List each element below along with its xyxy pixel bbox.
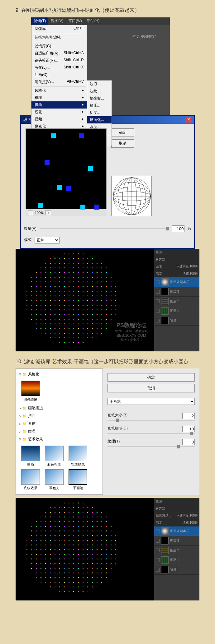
smi-ripple[interactable]: 波纹...: [87, 88, 112, 95]
smi-polar[interactable]: 极坐标...: [87, 95, 112, 102]
doc-tab: 本 7, RGB/8#) *: [132, 34, 170, 39]
preview: [26, 128, 107, 209]
mi-sharpen[interactable]: 锐化▸: [31, 109, 87, 116]
filter-select[interactable]: 干画笔: [108, 398, 195, 405]
gallery-cancel[interactable]: 取消: [108, 384, 195, 392]
layers-panel: 图层 p 类型 正常不透明度:100% 锁定:填充:100% 图层 3 副本 7…: [154, 249, 199, 351]
layer-row[interactable]: 图层 1: [154, 555, 199, 565]
menu-window[interactable]: 窗口(W): [66, 17, 84, 25]
eye-icon[interactable]: [156, 539, 160, 543]
folder-texture[interactable]: ▷📁纹理: [17, 428, 101, 435]
layer-row[interactable]: 图层 3 副本 7: [154, 277, 199, 287]
mi-stylize[interactable]: 风格化▸: [31, 87, 87, 94]
thumb-film[interactable]: 底纹效果: [20, 469, 41, 490]
eye-icon[interactable]: [156, 319, 160, 322]
thumb-pencil[interactable]: 彩色铅笔: [44, 446, 65, 467]
close-icon[interactable]: ✕: [185, 117, 192, 123]
size-label: 画笔大小(B): [108, 413, 127, 417]
thumb-fresco[interactable]: 壁画: [20, 446, 41, 467]
mi-liquify[interactable]: 液化(L)...Shift+Ctrl+X: [31, 64, 87, 71]
cancel-button[interactable]: 取消: [111, 139, 134, 148]
eye-icon[interactable]: [156, 558, 160, 562]
mode-select[interactable]: 正常: [35, 237, 60, 243]
eye-icon[interactable]: [156, 529, 160, 533]
mi-vanish[interactable]: 消失点(V)...Alt+Ctrl+V: [31, 78, 87, 86]
menubar: 滤镜(T) 视图(V) 窗口(W) 帮助(H): [31, 17, 170, 25]
thumb-drybrush[interactable]: 干画笔: [67, 469, 88, 490]
step10-text: 10. 滤镜-滤镜库-艺术效果-干画笔（这一步可以把球形里面的小方点变成小圆点: [16, 351, 199, 369]
zoom-value: 100%: [35, 211, 44, 215]
smi-wave[interactable]: 波浪...: [87, 81, 112, 88]
smi-spherize[interactable]: 球面化...: [87, 116, 112, 123]
layer-row[interactable]: 图层 3: [154, 287, 199, 297]
mi-distort[interactable]: 扭曲▸: [31, 101, 87, 109]
mode-label: 模式: [24, 237, 31, 243]
mi-oil[interactable]: 油画(O)...: [31, 71, 87, 78]
size-input[interactable]: [182, 413, 195, 419]
folder-icon: 📁: [22, 406, 27, 410]
folder-icon: 📁: [22, 429, 27, 434]
folder-sketch[interactable]: ▷📁素描: [17, 420, 101, 428]
mi-video[interactable]: 视频▸: [31, 116, 87, 123]
menu-view[interactable]: 视图(V): [48, 17, 66, 25]
mi-lens[interactable]: 镜头校正(R)...Shift+Ctrl+R: [31, 57, 87, 64]
menu-filter[interactable]: 滤镜(T): [31, 17, 48, 25]
gallery-ok[interactable]: 确定: [108, 373, 195, 382]
smi-shear[interactable]: 切变...: [87, 109, 112, 116]
layer-row[interactable]: 图层 3 副本 7: [154, 526, 199, 536]
folder-artistic[interactable]: ▽📁艺术效果: [17, 435, 101, 443]
filter-gallery: ▽📁风格化 照亮边缘 ▷📁画笔描边 ▷📁扭曲 ▷📁素描 ▷📁纹理 ▽📁艺术效果 …: [16, 368, 199, 495]
zoom-out[interactable]: -: [28, 210, 33, 215]
layers-panel-2: 图层 p 类型 线性减淡...不透明度:100% 锁定:填充:100% 图层 3…: [154, 498, 199, 600]
folder-distort[interactable]: ▷📁扭曲: [17, 412, 101, 420]
ps-result-2: 图层 p 类型 线性减淡...不透明度:100% 锁定:填充:100% 图层 3…: [16, 498, 199, 600]
mi-lib[interactable]: 滤镜库Ctrl+F: [31, 25, 87, 32]
texture-label: 纹理(T): [108, 439, 120, 443]
mi-gallery[interactable]: 滤镜库(G)...: [31, 43, 87, 50]
watermark: PS教程论坛 学PS，就到PS教程论坛 BBS.16XX8.COM 作者：@卡乐…: [115, 322, 148, 342]
thumb-glow[interactable]: 照亮边缘: [20, 381, 41, 402]
mi-wide[interactable]: 自适应广角(A)...Shift+Ctrl+A: [31, 50, 87, 57]
eye-icon[interactable]: [156, 290, 160, 294]
layer-row[interactable]: 图层 2: [154, 546, 199, 555]
pct: %: [188, 226, 191, 231]
layer-row[interactable]: 背景: [154, 316, 199, 326]
eye-icon[interactable]: [156, 549, 160, 552]
detail-input[interactable]: [182, 426, 195, 432]
zoom-in[interactable]: +: [45, 210, 51, 215]
folder-icon: 📁: [22, 372, 27, 377]
zoom-bar: - 100% +: [26, 209, 107, 216]
folder-stylize[interactable]: ▽📁风格化: [17, 370, 101, 378]
eye-icon[interactable]: [156, 309, 160, 313]
smi-pinch[interactable]: 挤压...: [87, 102, 112, 109]
folder-icon: 📁: [22, 437, 27, 442]
layer-row[interactable]: 图层 2: [154, 297, 199, 306]
folder-brush[interactable]: ▷📁画笔描边: [17, 404, 101, 412]
layer-row[interactable]: 图层 3: [154, 536, 199, 546]
eye-icon[interactable]: [156, 299, 160, 303]
thumb-crayon[interactable]: 粗糙蜡笔: [67, 446, 88, 467]
eye-icon[interactable]: [156, 568, 160, 572]
texture-input[interactable]: [182, 439, 195, 445]
mi-smart[interactable]: 转换为智能滤镜: [31, 34, 87, 41]
menu-help[interactable]: 帮助(H): [84, 17, 102, 25]
folder-icon: 📁: [22, 422, 27, 426]
step9-text: 9. 在图层3副本7执行滤镜-扭曲-球面化（使烟花鼓起来）: [16, 0, 199, 17]
ok-button[interactable]: 确定: [111, 128, 134, 137]
layer-row[interactable]: 背景: [154, 565, 199, 575]
thumb-knife[interactable]: 调色刀: [44, 469, 65, 490]
detail-label: 画笔细节(D): [108, 426, 128, 430]
amount-label: 数量(A): [24, 226, 36, 231]
layer-row[interactable]: 图层 1: [154, 306, 199, 316]
panel-title: 图层: [154, 249, 199, 256]
mi-blur[interactable]: 模糊▸: [31, 94, 87, 101]
ps-result-1: PS教程论坛 学PS，就到PS教程论坛 BBS.16XX8.COM 作者：@卡乐…: [16, 249, 199, 351]
amount-input[interactable]: [172, 225, 184, 232]
folder-icon: 📁: [22, 414, 27, 418]
sphere-diagram: [111, 176, 152, 216]
eye-icon[interactable]: [156, 280, 160, 284]
